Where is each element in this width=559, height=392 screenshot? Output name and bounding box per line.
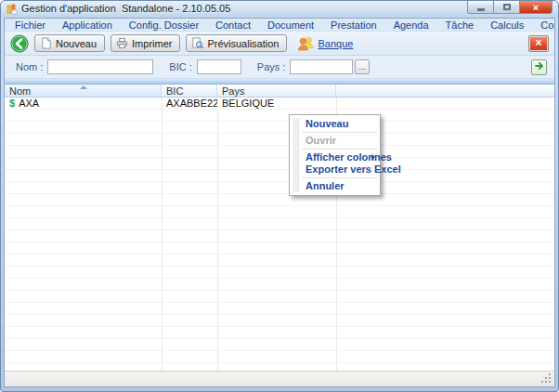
menu-tache[interactable]: Tâche	[437, 20, 483, 31]
users-icon	[296, 35, 315, 52]
nouveau-button[interactable]: Nouveau	[34, 34, 105, 52]
cell-nom: $AXA	[5, 98, 162, 109]
context-menu-annuler[interactable]: Annuler	[290, 180, 380, 192]
submenu-arrow-icon	[371, 154, 375, 160]
app-icon	[6, 4, 18, 15]
search-go-button[interactable]	[531, 59, 547, 75]
bic-filter-input[interactable]	[197, 59, 241, 74]
cell-nom-value: AXA	[19, 98, 39, 109]
close-button[interactable]: ×	[520, 1, 552, 14]
banks-grid: Nom BIC Pays $AXA	[5, 85, 554, 371]
menu-bar: Fichier Application Config. Dossier Cont…	[5, 19, 554, 32]
context-menu-exporter-excel[interactable]: Exporter vers Excel	[290, 163, 380, 176]
column-header-bic[interactable]: BIC	[162, 85, 217, 97]
menu-fichier[interactable]: Fichier	[6, 20, 54, 31]
back-arrow-icon	[10, 34, 29, 53]
column-header-nom[interactable]: Nom	[5, 85, 162, 97]
sort-ascending-icon	[80, 85, 87, 89]
imprimer-button-label: Imprimer	[132, 38, 172, 49]
menu-comptabilite[interactable]: Comptabilité	[532, 20, 555, 31]
pays-filter-input[interactable]	[290, 59, 353, 74]
resize-grip-dots	[541, 373, 543, 375]
close-icon: ×	[533, 3, 539, 12]
context-menu-separator	[302, 132, 377, 133]
menu-application[interactable]: Application	[54, 20, 121, 31]
context-menu-separator	[302, 149, 377, 150]
menu-config-dossier[interactable]: Config. Dossier	[121, 20, 207, 31]
nom-filter-label: Nom :	[16, 61, 43, 72]
grid-body: $AXA AXABBE22 BELGIQUE	[5, 98, 554, 371]
back-button[interactable]	[10, 34, 29, 53]
previsualisation-button-label: Prévisualisation	[207, 38, 279, 49]
nouveau-button-label: Nouveau	[56, 38, 97, 49]
application-window: Gestion d'application Standalone - 2.10.…	[0, 0, 559, 392]
resize-grip[interactable]	[541, 373, 552, 384]
bic-filter-label: BIC :	[169, 61, 191, 72]
menu-prestation[interactable]: Prestation	[322, 20, 385, 31]
maximize-button[interactable]	[494, 1, 520, 14]
minimize-button[interactable]	[467, 1, 494, 14]
nom-filter-input[interactable]	[47, 59, 153, 74]
banque-link[interactable]: Banque	[318, 38, 353, 49]
previsualisation-button[interactable]: Prévisualisation	[186, 34, 287, 52]
column-header-nom-label: Nom	[9, 85, 31, 97]
column-header-pays-label: Pays	[222, 85, 244, 97]
menu-contact[interactable]: Contact	[207, 20, 259, 31]
new-document-icon	[40, 37, 52, 49]
title-bar[interactable]: Gestion d'application Standalone - 2.10.…	[1, 1, 558, 18]
imprimer-button[interactable]: Imprimer	[110, 34, 180, 52]
menu-agenda[interactable]: Agenda	[385, 20, 437, 31]
context-menu-separator	[302, 177, 377, 178]
toolbar: Nouveau Imprimer Prévisualisation	[5, 32, 554, 56]
client-area: Fichier Application Config. Dossier Cont…	[4, 18, 555, 387]
table-row[interactable]: $AXA AXABBE22 BELGIQUE	[5, 98, 554, 110]
window-controls: ×	[467, 1, 552, 14]
context-menu-nouveau[interactable]: Nouveau	[290, 118, 380, 130]
column-header-pays[interactable]: Pays	[217, 85, 336, 97]
cell-pays: BELGIQUE	[217, 98, 336, 109]
dollar-icon: $	[9, 98, 15, 109]
column-divider	[162, 98, 162, 371]
banque-group: Banque	[296, 35, 353, 52]
pays-browse-button[interactable]: ...	[355, 59, 370, 74]
menu-document[interactable]: Document	[259, 20, 322, 31]
menu-calculs[interactable]: Calculs	[482, 20, 532, 31]
context-menu-afficher-colonnes[interactable]: Afficher colonnes	[290, 151, 380, 163]
column-header-bic-label: BIC	[166, 85, 183, 97]
cell-bic: AXABBE22	[162, 98, 217, 109]
context-menu: Nouveau Ouvrir Afficher colonnes Exporte…	[289, 114, 381, 196]
maximize-icon	[503, 4, 511, 10]
printer-icon	[116, 37, 128, 49]
filter-bar: Nom : BIC : Pays : ...	[5, 56, 554, 79]
green-arrow-right-icon	[534, 60, 545, 72]
window-title: Gestion d'application Standalone - 2.10.…	[21, 3, 230, 14]
column-header-empty	[336, 85, 554, 97]
close-panel-button[interactable]: ×	[528, 35, 549, 52]
print-preview-icon	[191, 37, 203, 49]
context-menu-afficher-colonnes-label: Afficher colonnes	[306, 151, 392, 163]
status-bar	[5, 371, 554, 386]
grid-header: Nom BIC Pays	[5, 85, 554, 98]
close-panel-icon: ×	[535, 36, 541, 49]
column-divider	[217, 98, 218, 371]
minimize-icon	[477, 8, 485, 11]
pays-filter-label: Pays :	[257, 61, 286, 72]
context-menu-ouvrir: Ouvrir	[290, 135, 380, 147]
